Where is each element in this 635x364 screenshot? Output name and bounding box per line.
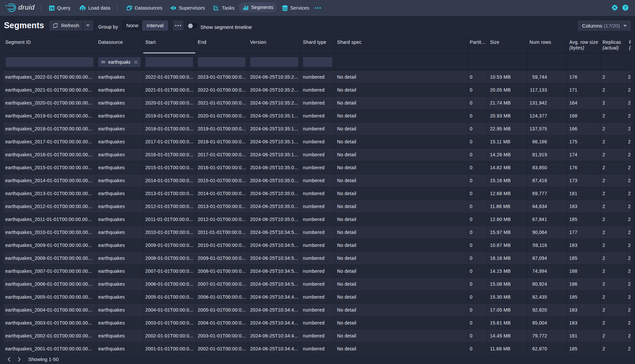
- svg-text:?: ?: [624, 5, 627, 10]
